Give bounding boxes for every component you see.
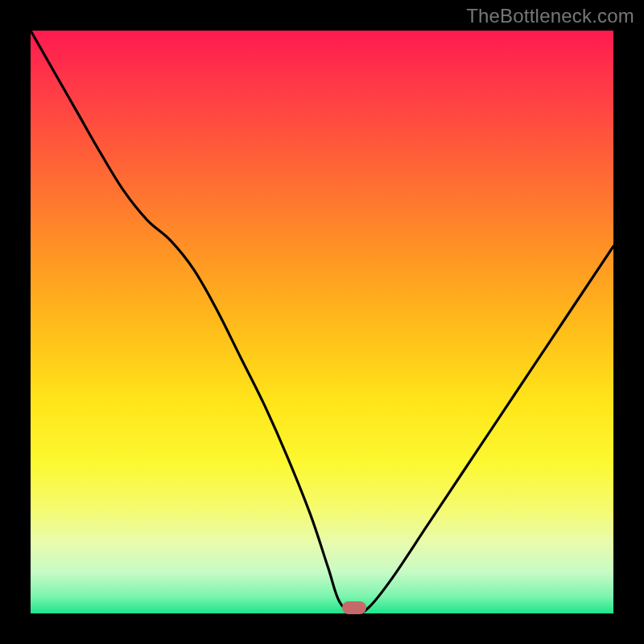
optimum-marker <box>342 601 366 614</box>
plot-area <box>31 31 613 613</box>
bottleneck-curve <box>31 31 613 613</box>
watermark-text: TheBottleneck.com <box>466 5 634 27</box>
chart-frame: TheBottleneck.com <box>0 0 644 644</box>
